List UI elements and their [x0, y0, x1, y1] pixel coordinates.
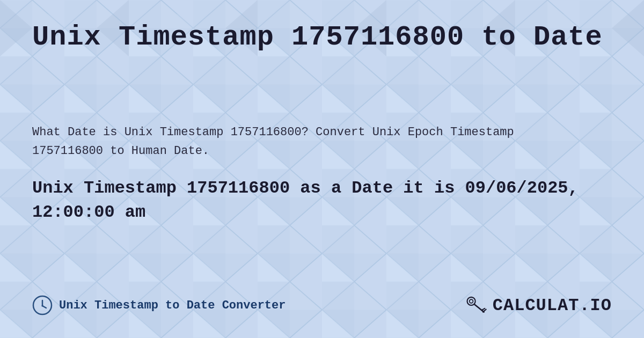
result-text: Unix Timestamp 1757116800 as a Date it i…	[32, 177, 612, 225]
clock-icon	[32, 295, 53, 315]
svg-line-27	[474, 304, 484, 312]
svg-point-26	[469, 299, 473, 303]
footer-left[interactable]: Unix Timestamp to Date Converter	[32, 295, 286, 315]
logo-icon	[466, 294, 488, 317]
svg-line-28	[481, 308, 485, 310]
svg-point-24	[42, 305, 43, 307]
description-text: What Date is Unix Timestamp 1757116800? …	[32, 123, 515, 160]
footer: Unix Timestamp to Date Converter CALCULA…	[32, 283, 612, 317]
footer-link-text: Unix Timestamp to Date Converter	[59, 299, 286, 312]
page-title: Unix Timestamp 1757116800 to Date	[32, 21, 612, 53]
logo-text: CALCULAT.IO	[493, 296, 612, 315]
logo-area[interactable]: CALCULAT.IO	[466, 294, 612, 317]
content-section: What Date is Unix Timestamp 1757116800? …	[32, 64, 612, 283]
title-section: Unix Timestamp 1757116800 to Date	[32, 21, 612, 64]
result-section: Unix Timestamp 1757116800 as a Date it i…	[32, 177, 612, 225]
